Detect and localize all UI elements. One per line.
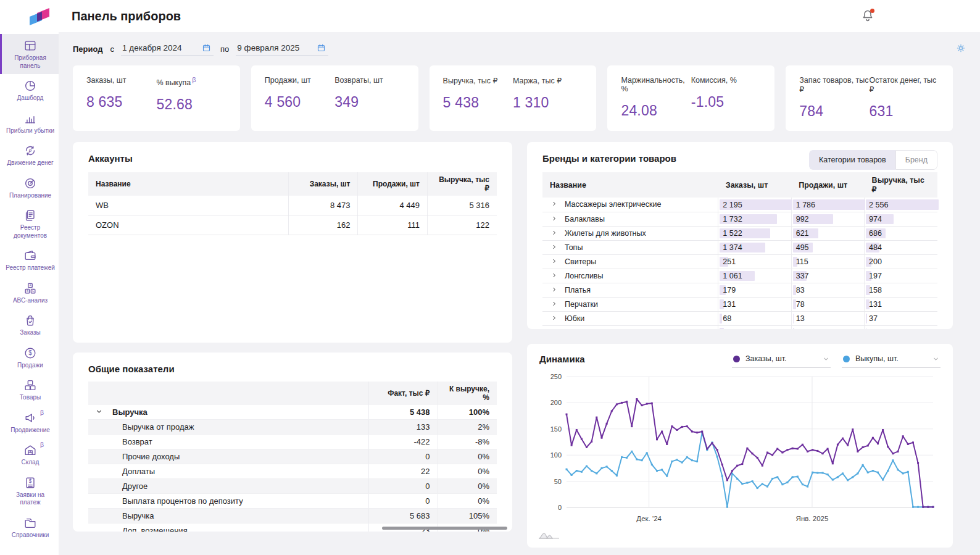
metrics-group-row[interactable]: Выручка5 438100% [88,405,497,420]
brands-row[interactable]: Костюмы купальные1214018 [542,325,937,329]
kpi-value: 24.08 [621,102,691,119]
toggle-categories-button[interactable]: Категории товаров [809,150,895,170]
metrics-body: Выручка5 438100%Выручка от продаж1332%Во… [88,405,497,532]
category-revenue: 974 [865,212,937,226]
series-select-buyouts[interactable]: Выкупы, шт. [842,354,941,368]
chevron-right-icon[interactable] [551,243,557,252]
chevron-right-icon[interactable] [551,272,557,280]
sidebar-item-abc[interactable]: ABCАВС-анализ [0,277,59,309]
metric-label: Другое [88,479,368,494]
brands-row[interactable]: Массажеры электрические2 1951 7862 556 [542,198,937,212]
metrics-col-pct: К выручке, % [438,382,497,405]
sidebar-item-warehouse[interactable]: βСклад [0,438,59,471]
chart-navigator-icon[interactable] [538,530,567,543]
svg-text:A: A [29,284,31,287]
sidebar-item-payment-request[interactable]: $Заявки на платеж [0,471,59,511]
sidebar-item-bar-chart[interactable]: Прибыли убытки [0,107,59,140]
brands-column-header: Выручка, тыс ₽ [865,172,937,198]
series-select-orders[interactable]: Заказы, шт. [732,354,831,368]
sidebar-item-references[interactable]: Справочники [0,511,59,544]
metric-label: Доплаты [88,464,368,479]
brands-row[interactable]: Жилеты для животных1 522621686 [542,226,937,240]
buyouts-series-dot [843,356,850,362]
svg-text:$: $ [28,349,32,356]
category-name: Лонгсливы [565,272,604,280]
metric-label: Прочие доходы [88,449,368,464]
chevron-right-icon[interactable] [551,300,557,309]
kpi-metric: Возвраты, шт349 [334,76,404,120]
chevron-right-icon[interactable] [551,229,557,238]
brands-row[interactable]: Балаклавы1 732992974 [542,212,937,226]
brands-row[interactable]: Перчатки13178131 [542,297,937,311]
chevron-right-icon[interactable] [551,328,557,330]
kpi-card-2: Выручка, тыс ₽5 438Маржа, тыс ₽1 310 [430,65,597,131]
category-name: Свитеры [565,257,596,266]
svg-text:₽: ₽ [29,148,32,154]
sidebar-nav: Приборная панельДашбордПрибыли убытки₽Дв… [0,32,59,555]
category-sales: 1 786 [791,198,864,212]
brands-row[interactable]: Лонгсливы1 061337197 [542,269,937,283]
accounts-column-header: Название [88,172,288,196]
brands-row[interactable]: Юбки681337 [542,311,937,325]
chevron-right-icon[interactable] [551,257,557,266]
sidebar-item-orders-bag[interactable]: Заказы [0,309,59,341]
kpi-label: Маржинальность, % [621,76,691,93]
sidebar-item-promotion[interactable]: βПродвижение [0,406,59,439]
sidebar-item-documents[interactable]: Реестр документов [0,204,59,244]
notifications-bell-icon[interactable] [859,7,876,25]
category-orders: 1 061 [718,269,791,283]
calendar-icon[interactable] [317,43,326,52]
metric-label: Выручка [88,509,368,524]
svg-text:100: 100 [550,451,562,459]
kpi-value: 52.68 [156,96,226,113]
chevron-right-icon[interactable] [551,215,557,223]
kpi-metric: Маржа, тыс ₽1 310 [513,76,583,120]
chevron-right-icon[interactable] [551,286,557,294]
brands-row[interactable]: Платья17983158 [542,283,937,297]
account-name: WB [88,196,288,215]
date-to-field[interactable]: 9 февраля 2025 [236,42,328,56]
account-sales: 4 449 [358,196,428,215]
chevron-right-icon[interactable] [551,200,557,209]
sidebar-item-pie-chart[interactable]: Дашборд [0,74,59,107]
sidebar-item-goods[interactable]: Товары [0,373,59,406]
sidebar-item-label: Склад [22,459,39,467]
calendar-icon[interactable] [202,43,211,52]
metric-label: Выплата процентов по депозиту [88,494,368,509]
date-from-value: 1 декабря 2024 [122,43,182,52]
chevron-down-icon[interactable] [96,407,102,417]
svg-text:$: $ [29,478,32,484]
metric-fact: 133 [368,420,438,435]
kpi-metric: Остаток денег, тыс ₽631 [870,76,939,120]
kpi-label: Комиссия, % [691,76,761,85]
settings-gear-icon[interactable] [955,43,966,56]
metric-fact: 0 [368,449,438,464]
category-name: Массажеры электрические [565,200,661,209]
category-sales: 40 [791,325,864,329]
sidebar-item-dashboard-panel[interactable]: Приборная панель [0,34,59,74]
toggle-brand-button[interactable]: Бренд [895,150,937,170]
account-name: OZON [88,215,288,235]
svg-text:0: 0 [558,504,562,511]
brands-row[interactable]: Топы1 374495484 [542,240,937,254]
date-from-field[interactable]: 1 декабря 2024 [121,42,214,56]
metrics-row: Другое00% [88,479,497,494]
brands-column-header: Название [542,172,718,198]
brands-row[interactable]: Свитеры251115200 [542,254,937,269]
sidebar-item-wallet[interactable]: Реестр платежей [0,244,59,277]
beta-badge: β [40,441,44,448]
svg-text:150: 150 [550,425,562,433]
sidebar-item-sales-dollar[interactable]: $Продажи [0,341,59,374]
dynamics-line-chart: 050100150200250Дек. '24Янв. 2025 [539,370,941,526]
sidebar-item-planning[interactable]: Планирование [0,172,59,204]
app-logo-icon [28,6,51,27]
sidebar-item-money-flow[interactable]: ₽Движение денег [0,139,59,172]
category-name-cell: Перчатки [542,297,718,311]
orders-series-label: Заказы, шт. [745,354,787,363]
metric-fact: -422 [368,435,438,449]
category-orders: 121 [718,325,791,329]
sidebar-item-label: Справочники [12,532,49,540]
chevron-right-icon[interactable] [551,314,557,323]
kpi-label: Остаток денег, тыс ₽ [870,76,939,94]
horizontal-scrollbar-thumb[interactable] [382,527,507,530]
